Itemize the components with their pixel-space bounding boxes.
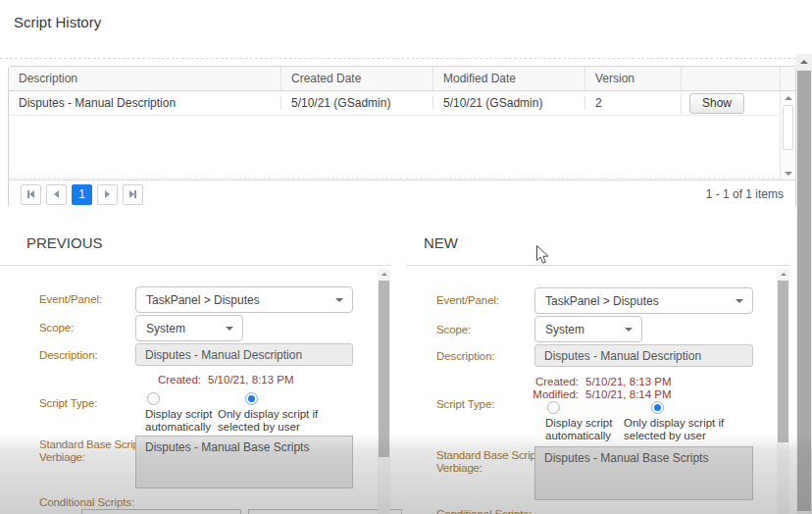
scroll-up-icon[interactable]	[781, 91, 795, 104]
description-label: Description:	[39, 349, 98, 361]
table-scrollbar[interactable]	[780, 91, 795, 180]
scroll-up-icon[interactable]	[796, 54, 812, 70]
cell-actions: Show	[681, 93, 782, 114]
scroll-down-icon[interactable]	[781, 167, 795, 180]
pager-next-button[interactable]	[97, 184, 118, 205]
column-header-version[interactable]: Version	[584, 67, 681, 90]
pager-last-button[interactable]	[123, 184, 143, 205]
scroll-up-icon[interactable]	[378, 269, 390, 279]
created-value: 5/10/21, 8:13 PM	[585, 376, 672, 387]
event-panel-label: Event/Panel:	[436, 294, 499, 306]
chevron-down-icon	[625, 328, 633, 332]
verbiage-textarea[interactable]: Disputes - Manual Base Scripts	[135, 436, 353, 488]
event-panel-label: Event/Panel:	[39, 293, 102, 305]
scroll-up-icon[interactable]	[777, 269, 789, 279]
panel-divider	[407, 265, 790, 266]
event-panel-dropdown[interactable]: TaskPanel > Disputes	[534, 287, 753, 314]
scope-label: Scope:	[39, 322, 74, 334]
verbiage-textarea[interactable]: Disputes - Manual Base Scripts	[534, 446, 753, 500]
script-history-table: Description Created Date Modified Date V…	[8, 66, 796, 208]
radio-only-if-selected[interactable]	[245, 392, 258, 405]
next-page-icon	[105, 190, 110, 198]
scope-value: System	[146, 322, 185, 335]
cell-created-date: 5/10/21 (GSadmin)	[280, 96, 432, 110]
script-type-label: Script Type:	[39, 397, 97, 409]
previous-panel-scrollbar[interactable]	[378, 269, 390, 514]
page-scrollbar[interactable]	[796, 54, 812, 514]
event-panel-dropdown[interactable]: TaskPanel > Disputes	[135, 286, 353, 313]
scope-dropdown[interactable]: System	[534, 316, 642, 342]
conditional-scripts-label: Conditional Scripts:	[436, 508, 532, 514]
conditional-scripts-label: Conditional Scripts:	[39, 496, 134, 508]
pager-page-1-button[interactable]: 1	[72, 184, 92, 205]
panel-scroll-thumb[interactable]	[778, 281, 788, 442]
modified-label: Modified:	[495, 388, 579, 400]
radio-option-display-automatically: Display script automatically	[545, 401, 626, 442]
show-button[interactable]: Show	[689, 93, 744, 114]
chevron-down-icon	[226, 327, 233, 331]
description-label: Description:	[436, 350, 495, 362]
pager-first-button[interactable]	[21, 184, 41, 205]
pager-summary: 1 - 1 of 1 items	[706, 187, 784, 201]
panel-divider	[0, 265, 391, 266]
cell-description: Disputes - Manual Description	[9, 96, 280, 110]
radio-label: Display script automatically	[545, 417, 626, 442]
table-row[interactable]: Disputes - Manual Description 5/10/21 (G…	[9, 91, 782, 116]
page-scroll-thumb[interactable]	[797, 71, 811, 511]
cell-modified-date: 5/10/21 (GSadmin)	[432, 96, 584, 110]
created-row: Created: 5/10/21, 8:13 PM	[118, 374, 294, 386]
radio-label: Display script automatically	[145, 408, 226, 434]
modified-row: Modified: 5/10/21, 8:14 PM	[495, 388, 672, 400]
created-label: Created:	[118, 374, 201, 386]
first-page-icon	[27, 190, 34, 198]
event-panel-value: TaskPanel > Disputes	[146, 293, 260, 307]
panel-title-new: NEW	[424, 234, 458, 251]
top-divider	[0, 58, 796, 59]
event-panel-value: TaskPanel > Disputes	[545, 294, 659, 308]
last-page-icon	[129, 190, 136, 198]
radio-display-automatically[interactable]	[147, 392, 160, 405]
verbiage-label: Standard Base Script Verbiage:	[39, 438, 143, 464]
radio-display-automatically[interactable]	[547, 401, 560, 414]
radio-label: Only display script if selected by user	[624, 417, 741, 442]
column-header-created-date[interactable]: Created Date	[280, 67, 432, 90]
column-header-modified-date[interactable]: Modified Date	[432, 67, 584, 90]
scope-dropdown[interactable]: System	[135, 315, 243, 341]
created-row: Created: 5/10/21, 8:13 PM	[495, 376, 672, 387]
created-label: Created:	[495, 376, 579, 387]
verbiage-label: Standard Base Script Verbiage:	[436, 449, 540, 475]
page-title: Script History	[14, 14, 101, 30]
created-value: 5/10/21, 8:13 PM	[208, 374, 294, 386]
description-input[interactable]: Disputes - Manual Description	[534, 344, 753, 367]
pager: 1 1 - 1 of 1 items	[9, 180, 795, 208]
panel-scroll-thumb[interactable]	[379, 281, 389, 457]
prev-page-icon	[54, 190, 59, 198]
scope-label: Scope:	[436, 324, 471, 335]
radio-option-only-if-selected: Only display script if selected by user	[218, 392, 335, 434]
mouse-cursor-icon	[535, 245, 550, 266]
cell-version: 2	[584, 96, 681, 110]
radio-option-display-automatically: Display script automatically	[145, 392, 226, 434]
scope-value: System	[545, 323, 584, 336]
column-header-description[interactable]: Description	[9, 67, 280, 90]
cutoff-input	[81, 509, 241, 514]
table-body: Disputes - Manual Description 5/10/21 (G…	[9, 91, 795, 180]
chevron-down-icon	[736, 299, 743, 303]
chevron-down-icon	[335, 298, 343, 302]
radio-label: Only display script if selected by user	[218, 408, 335, 434]
script-type-label: Script Type:	[436, 398, 494, 410]
new-panel-scrollbar[interactable]	[777, 269, 789, 514]
radio-only-if-selected[interactable]	[651, 401, 664, 414]
description-input[interactable]: Disputes - Manual Description	[135, 343, 353, 366]
column-header-actions	[681, 67, 780, 90]
panel-title-previous: PREVIOUS	[26, 234, 103, 251]
pager-prev-button[interactable]	[46, 184, 67, 205]
modified-value: 5/10/21, 8:14 PM	[585, 388, 672, 400]
table-header-row: Description Created Date Modified Date V…	[9, 67, 795, 91]
header-scrollbar-spacer	[780, 67, 795, 90]
table-scroll-thumb[interactable]	[783, 105, 793, 150]
radio-option-only-if-selected: Only display script if selected by user	[624, 401, 741, 442]
